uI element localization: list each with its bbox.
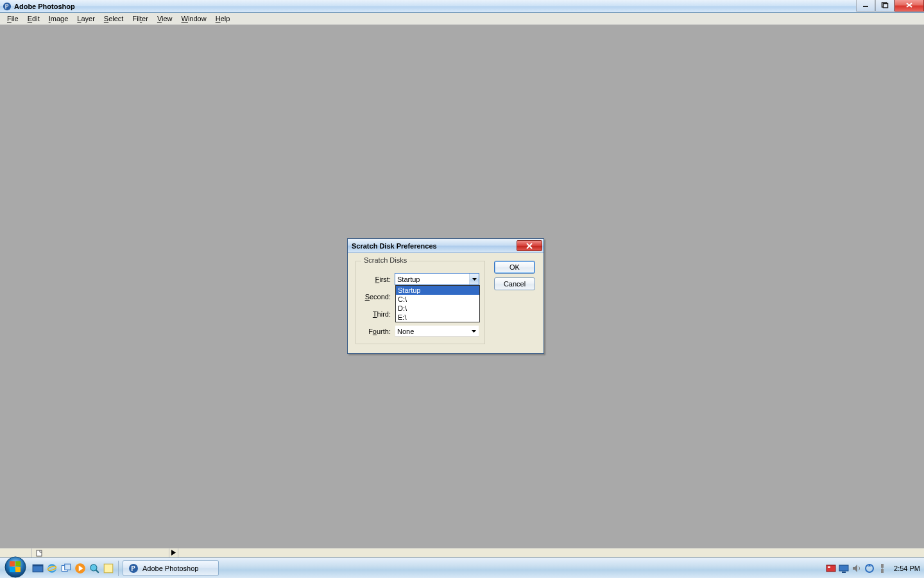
chevron-down-icon bbox=[469, 326, 479, 337]
status-docinfo-cell[interactable] bbox=[32, 548, 169, 557]
quick-launch bbox=[32, 563, 114, 574]
menu-view[interactable]: View bbox=[153, 13, 177, 24]
dialog-titlebar[interactable]: Scratch Disk Preferences bbox=[348, 239, 543, 253]
status-bar bbox=[0, 548, 924, 557]
svg-rect-39 bbox=[881, 569, 884, 573]
taskbar-app-button[interactable]: Adobe Photoshop bbox=[123, 560, 219, 576]
menu-layer[interactable]: Layer bbox=[73, 13, 99, 24]
svg-rect-29 bbox=[104, 564, 113, 573]
svg-rect-17 bbox=[10, 567, 15, 572]
photoshop-app-icon bbox=[128, 563, 139, 574]
menu-select[interactable]: Select bbox=[99, 13, 128, 24]
tray-security-icon[interactable] bbox=[826, 563, 836, 574]
menu-file[interactable]: File bbox=[3, 13, 23, 24]
svg-rect-3 bbox=[884, 4, 888, 8]
document-icon bbox=[36, 550, 43, 557]
photoshop-app-icon bbox=[3, 2, 12, 11]
label-second: Second: bbox=[365, 293, 391, 301]
dropdown-option[interactable]: C:\ bbox=[396, 295, 479, 304]
window-minimize-button[interactable] bbox=[856, 0, 875, 12]
chevron-down-icon bbox=[469, 274, 479, 285]
svg-line-28 bbox=[96, 570, 99, 573]
dropdown-option[interactable]: E:\ bbox=[396, 313, 479, 322]
scratch-disks-groupbox: Scratch Disks First: Startup Startup C:\… bbox=[355, 261, 485, 344]
ie-icon[interactable] bbox=[46, 563, 58, 574]
tray-display-icon[interactable] bbox=[839, 563, 849, 574]
svg-rect-38 bbox=[881, 564, 884, 568]
system-tray: 2:54 PM bbox=[826, 563, 924, 574]
svg-rect-18 bbox=[15, 567, 21, 572]
menu-help[interactable]: Help bbox=[211, 13, 235, 24]
cancel-button-label: Cancel bbox=[504, 280, 526, 288]
tray-volume-icon[interactable] bbox=[851, 563, 862, 574]
notes-icon[interactable] bbox=[103, 563, 114, 574]
groupbox-label: Scratch Disks bbox=[361, 256, 409, 264]
ok-button-label: OK bbox=[509, 263, 520, 271]
taskbar-separator bbox=[118, 561, 119, 576]
combo-fourth-value: None bbox=[397, 328, 414, 335]
label-third: Third: bbox=[373, 310, 391, 318]
workspace: Scratch Disk Preferences Scratch Disks F… bbox=[0, 25, 924, 557]
dialog-title: Scratch Disk Preferences bbox=[352, 242, 437, 250]
taskbar-app-label: Adobe Photoshop bbox=[142, 565, 198, 572]
dropdown-option[interactable]: D:\ bbox=[396, 304, 479, 313]
svg-marker-11 bbox=[472, 330, 476, 333]
ok-button[interactable]: OK bbox=[494, 261, 535, 274]
svg-rect-33 bbox=[839, 565, 848, 571]
svg-marker-8 bbox=[472, 278, 477, 281]
menu-image[interactable]: Image bbox=[44, 13, 73, 24]
label-first: First: bbox=[375, 276, 391, 283]
tray-network-icon[interactable] bbox=[877, 563, 887, 574]
svg-rect-15 bbox=[10, 561, 15, 566]
svg-rect-16 bbox=[15, 561, 21, 566]
svg-rect-31 bbox=[826, 565, 835, 572]
cancel-button[interactable]: Cancel bbox=[494, 277, 535, 290]
menu-edit[interactable]: Edit bbox=[23, 13, 44, 24]
wmp-icon[interactable] bbox=[74, 563, 86, 574]
combo-first[interactable]: Startup bbox=[395, 273, 479, 285]
triangle-right-icon bbox=[171, 550, 176, 557]
svg-rect-32 bbox=[828, 566, 830, 568]
taskbar: Adobe Photoshop 2:54 PM bbox=[0, 557, 924, 578]
status-flyout-cell[interactable] bbox=[169, 548, 178, 557]
menu-filter[interactable]: Filter bbox=[128, 13, 152, 24]
combo-first-value: Startup bbox=[397, 276, 420, 283]
scratch-disk-preferences-dialog: Scratch Disk Preferences Scratch Disks F… bbox=[347, 238, 544, 354]
start-button[interactable] bbox=[1, 558, 30, 579]
combo-fourth[interactable]: None bbox=[395, 325, 479, 337]
show-desktop-icon[interactable] bbox=[32, 563, 44, 574]
combo-first-dropdown[interactable]: Startup C:\ D:\ E:\ bbox=[395, 285, 480, 322]
app-title: Adobe Photoshop bbox=[14, 3, 75, 10]
app-titlebar: Adobe Photoshop bbox=[0, 0, 924, 13]
switch-windows-icon[interactable] bbox=[60, 563, 72, 574]
window-maximize-button[interactable] bbox=[875, 0, 894, 12]
svg-marker-35 bbox=[853, 565, 857, 572]
svg-rect-34 bbox=[842, 572, 846, 573]
svg-rect-24 bbox=[65, 564, 71, 570]
taskbar-clock[interactable]: 2:54 PM bbox=[894, 565, 920, 572]
row-fourth: Fourth: None bbox=[361, 325, 479, 337]
svg-rect-12 bbox=[37, 550, 42, 556]
menu-window[interactable]: Window bbox=[177, 13, 211, 24]
dialog-close-button[interactable] bbox=[517, 240, 542, 251]
row-first: First: Startup Startup C:\ D:\ E:\ bbox=[361, 273, 479, 285]
magnifier-icon[interactable] bbox=[89, 563, 100, 574]
tray-updates-icon[interactable] bbox=[864, 563, 875, 574]
svg-rect-20 bbox=[33, 565, 43, 566]
svg-marker-13 bbox=[171, 550, 176, 556]
dropdown-option[interactable]: Startup bbox=[396, 286, 479, 295]
menu-bar: File Edit Image Layer Select Filter View… bbox=[0, 13, 924, 25]
window-close-button[interactable] bbox=[894, 0, 924, 12]
label-fourth: Fourth: bbox=[368, 328, 391, 335]
